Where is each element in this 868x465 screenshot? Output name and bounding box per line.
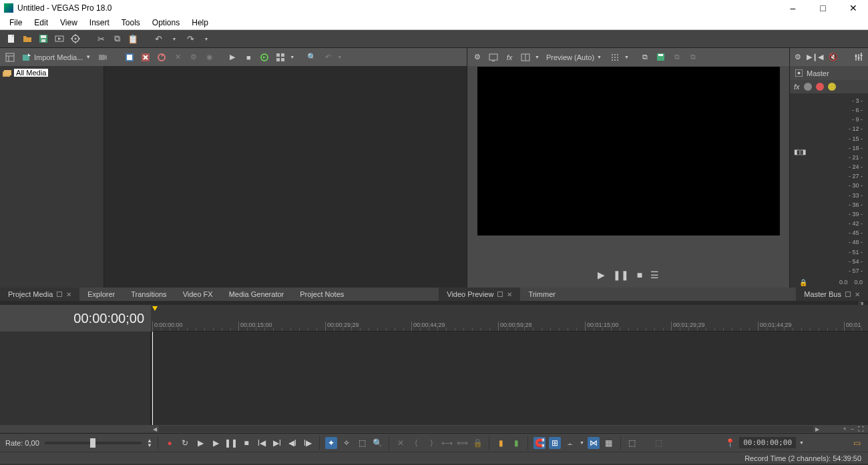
stop-icon[interactable]: ■ — [242, 51, 255, 64]
slip-button[interactable]: ⟷ — [441, 437, 453, 449]
prev-frame-button[interactable]: ◀I — [286, 437, 298, 449]
master-fx-icon[interactable]: fx — [794, 83, 800, 91]
rate-slider-thumb[interactable] — [90, 438, 95, 448]
overlays-icon[interactable] — [608, 51, 622, 64]
pause-button[interactable]: ❚❚ — [225, 437, 237, 449]
minimize-button[interactable]: – — [778, 0, 808, 15]
rate-stepper[interactable]: ▲▼ — [147, 438, 152, 448]
loop-button[interactable]: ↻ — [179, 437, 191, 449]
scroll-left-icon[interactable]: ◀ — [151, 426, 159, 432]
timeline-scrollbar[interactable]: ◀ ▶ + − ⛶ — [0, 425, 868, 433]
copy-snapshot-icon[interactable]: ⧉ — [638, 51, 652, 64]
track-area[interactable] — [151, 332, 868, 425]
menu-edit[interactable]: Edit — [28, 17, 54, 29]
zoom-out-icon[interactable]: − — [851, 426, 854, 432]
delete-media-icon[interactable]: ✕ — [171, 51, 184, 64]
tab-master-bus[interactable]: Master Bus✕ — [796, 288, 868, 301]
ignore-event-grouping-button[interactable]: ⬚ — [626, 437, 638, 449]
next-frame-icon[interactable]: ⧉ — [686, 51, 700, 64]
lock-event-button[interactable]: 🔒 — [471, 437, 483, 449]
preview-props-icon[interactable]: ⚙ — [471, 51, 484, 64]
preview-menu-icon[interactable]: ☰ — [650, 270, 659, 280]
undock-icon[interactable] — [845, 292, 851, 297]
views-icon[interactable] — [274, 51, 287, 64]
media-props-icon[interactable] — [3, 51, 17, 64]
media-properties-icon[interactable]: ⚙ — [187, 51, 200, 64]
lock-envelopes-button[interactable]: ▦ — [603, 437, 615, 449]
copy-icon[interactable]: ⧉ — [111, 33, 123, 45]
downmix-icon[interactable]: ▶❙◀ — [807, 53, 823, 61]
set-cursor-icon[interactable]: 📍 — [724, 437, 736, 449]
import-media-button[interactable]: Import Media... ▼ — [19, 51, 93, 64]
preview-output-icon[interactable] — [487, 51, 500, 64]
stop-button[interactable]: ■ — [240, 437, 252, 449]
preview-quality-dropdown[interactable]: Preview (Auto) ▼ — [542, 53, 606, 61]
menu-view[interactable]: View — [54, 17, 83, 29]
envelope-tool[interactable]: ✧ — [341, 437, 353, 449]
search-media-icon[interactable]: 🔍 — [305, 51, 318, 64]
play-start-button[interactable]: ▶ — [194, 437, 206, 449]
paste-icon[interactable]: 📋 — [127, 33, 139, 45]
open-project-icon[interactable] — [21, 33, 33, 45]
external-monitor-icon[interactable]: ▭ — [851, 437, 863, 449]
maximize-button[interactable]: □ — [808, 0, 838, 15]
menu-options[interactable]: Options — [146, 17, 186, 29]
mixer-icon[interactable] — [854, 53, 863, 62]
zoom-in-icon[interactable]: + — [843, 426, 846, 432]
save-project-icon[interactable] — [37, 33, 49, 45]
playhead-marker-icon[interactable] — [152, 306, 158, 311]
go-start-button[interactable]: I◀ — [256, 437, 268, 449]
tab-video-preview[interactable]: Video Preview✕ — [439, 288, 520, 301]
scroll-right-icon[interactable]: ▶ — [813, 426, 821, 432]
undo-dropdown-icon[interactable]: ▼ — [168, 33, 180, 45]
chevron-down-icon[interactable]: ▼ — [799, 440, 804, 445]
undock-icon[interactable] — [57, 292, 62, 297]
menu-file[interactable]: File — [3, 17, 28, 29]
scroll-track[interactable] — [159, 426, 813, 432]
refresh-icon[interactable] — [155, 51, 168, 64]
preview-pause-button[interactable]: ❚❚ — [613, 270, 629, 280]
tab-video-fx[interactable]: Video FX — [175, 288, 221, 301]
mute-icon[interactable] — [816, 83, 824, 91]
fader-link-icon[interactable]: ◧◨ — [794, 148, 806, 155]
properties-icon[interactable] — [69, 33, 81, 45]
normal-edit-tool[interactable]: ✦ — [325, 437, 337, 449]
tab-project-notes[interactable]: Project Notes — [292, 288, 352, 301]
new-project-icon[interactable] — [5, 33, 17, 45]
media-list-view[interactable] — [103, 66, 467, 288]
search-back-icon[interactable]: ↶ — [321, 51, 335, 64]
prev-frame-icon[interactable]: ⧉ — [670, 51, 684, 64]
get-media-web-icon[interactable] — [123, 51, 136, 64]
preview-stop-button[interactable]: ■ — [637, 270, 642, 280]
auto-crossfade-button[interactable]: ⋈ — [588, 437, 600, 449]
remove-media-icon[interactable] — [139, 51, 152, 64]
tab-transitions[interactable]: Transitions — [123, 288, 174, 301]
slide-button[interactable]: ⟺ — [456, 437, 468, 449]
playhead-cursor[interactable] — [152, 332, 153, 425]
close-icon[interactable]: ✕ — [66, 291, 71, 298]
close-button[interactable]: ✕ — [838, 0, 868, 15]
auto-preview-icon[interactable] — [258, 51, 271, 64]
trim-end-button[interactable]: ⟨ — [410, 437, 422, 449]
marker-button[interactable]: ▮ — [495, 437, 507, 449]
lock-icon[interactable]: 🔒 — [799, 279, 807, 286]
cursor-timecode[interactable]: 00:00:00;00 — [739, 437, 796, 448]
media-fx-icon[interactable]: ◉ — [203, 51, 216, 64]
solo-icon[interactable] — [828, 83, 836, 91]
menu-tools[interactable]: Tools — [116, 17, 146, 29]
render-icon[interactable] — [53, 33, 65, 45]
redo-icon[interactable]: ↷ — [184, 33, 196, 45]
track-header-area[interactable] — [0, 332, 151, 425]
selection-tool[interactable]: ⬚ — [356, 437, 368, 449]
capture-video-icon[interactable] — [96, 51, 110, 64]
tab-media-generator[interactable]: Media Generator — [221, 288, 292, 301]
split-screen-icon[interactable] — [519, 51, 532, 64]
save-snapshot-icon[interactable] — [654, 51, 668, 64]
cut-icon[interactable]: ✂ — [95, 33, 107, 45]
tab-explorer[interactable]: Explorer — [79, 288, 123, 301]
quantize-button[interactable]: ⊞ — [549, 437, 561, 449]
timeline-timecode[interactable]: 00:00:00;00 — [0, 305, 151, 332]
trim-start-button[interactable]: ✕ — [395, 437, 407, 449]
next-frame-button[interactable]: I▶ — [302, 437, 314, 449]
close-icon[interactable]: ✕ — [507, 291, 512, 298]
